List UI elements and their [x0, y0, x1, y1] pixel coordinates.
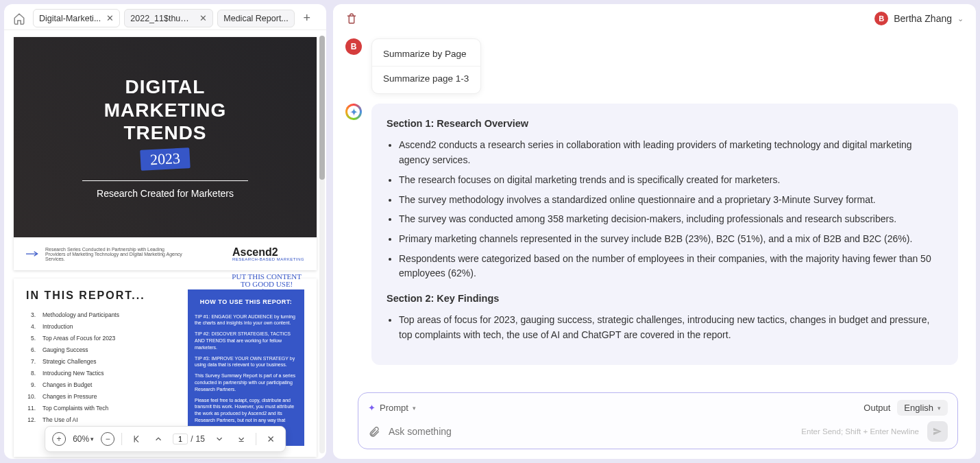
- home-button[interactable]: [10, 9, 29, 28]
- close-toolbar-button[interactable]: [263, 431, 278, 447]
- ai-avatar-icon: [345, 104, 362, 120]
- scrollbar[interactable]: [319, 36, 325, 453]
- suggestion-summarize-1-3[interactable]: Summarize page 1-3: [372, 66, 480, 91]
- tab-label: 2022_11$thum...: [130, 14, 194, 23]
- bullet: Top areas of focus for 2023, gauging suc…: [399, 313, 943, 342]
- section-title: Section 2: Key Findings: [387, 291, 943, 306]
- chat-messages[interactable]: B Summarize by Page Summarize page 1-3 S…: [333, 33, 976, 385]
- attach-button[interactable]: [368, 425, 380, 438]
- user-menu[interactable]: B Bertha Zhang ⌄: [874, 12, 964, 25]
- bullet: The research focuses on digital marketin…: [399, 173, 943, 188]
- user-avatar: B: [874, 12, 888, 25]
- pdf-toolbar: + 60%▾ − / 15: [45, 426, 286, 452]
- cover-title-line: DIGITAL: [104, 75, 227, 99]
- cover-subtitle: Research Created for Marketers: [97, 188, 234, 199]
- chat-input[interactable]: [389, 426, 793, 437]
- language-selector[interactable]: English ▾: [897, 400, 948, 416]
- input-hint: Enter Send; Shift + Enter Newline: [801, 427, 919, 436]
- tab-label: Medical Report...: [223, 14, 288, 23]
- zoom-in-button[interactable]: +: [52, 432, 66, 446]
- prompt-suggestion-card: Summarize by Page Summarize page 1-3: [371, 38, 481, 94]
- howto-box: PUT THIS CONTENT TO GOOD USE! HOW TO USE…: [188, 289, 304, 446]
- bullet: The survey methodology involves a standa…: [399, 193, 943, 208]
- document-viewer[interactable]: DIGITAL MARKETING TRENDS 2023 Research C…: [4, 30, 326, 459]
- divider: [82, 180, 247, 181]
- user-message: B Summarize by Page Summarize page 1-3: [345, 38, 958, 94]
- user-name: Bertha Zhang: [894, 13, 952, 24]
- tab-bar: Digital-Marketi... ✕ 2022_11$thum... ✕ M…: [4, 4, 326, 30]
- next-page-button[interactable]: [212, 431, 227, 447]
- close-icon[interactable]: ✕: [106, 13, 114, 23]
- toc-title: IN THIS REPORT...: [26, 289, 178, 302]
- bullet: Ascend2 conducts a research series in co…: [399, 138, 943, 167]
- output-label: Output: [863, 403, 890, 413]
- bullet: Primary marketing channels represented i…: [399, 232, 943, 247]
- ai-response-body: Section 1: Research Overview Ascend2 con…: [371, 104, 958, 365]
- ai-message: Section 1: Research Overview Ascend2 con…: [345, 104, 958, 365]
- prev-page-button[interactable]: [151, 431, 166, 447]
- tab-2022-thumb[interactable]: 2022_11$thum... ✕: [124, 9, 213, 27]
- document-panel: Digital-Marketi... ✕ 2022_11$thum... ✕ M…: [4, 4, 326, 459]
- chevron-down-icon: ⌄: [957, 14, 964, 23]
- handwritten-note: PUT THIS CONTENT TO GOOD USE!: [232, 273, 302, 299]
- cover-title-line: MARKETING: [104, 99, 227, 122]
- cover-hero: DIGITAL MARKETING TRENDS 2023 Research C…: [14, 37, 317, 237]
- send-button[interactable]: [927, 421, 948, 442]
- last-page-button[interactable]: [234, 431, 249, 447]
- pdf-page-1: DIGITAL MARKETING TRENDS 2023 Research C…: [14, 37, 317, 270]
- page-indicator: / 15: [173, 434, 205, 444]
- zoom-dropdown[interactable]: 60%▾: [73, 434, 94, 444]
- cover-year-badge: 2023: [140, 147, 190, 171]
- tab-medical-report[interactable]: Medical Report...: [217, 10, 294, 27]
- chat-header: B Bertha Zhang ⌄: [333, 4, 976, 33]
- close-icon[interactable]: ✕: [199, 13, 207, 23]
- chat-panel: B Bertha Zhang ⌄ B Summarize by Page Sum…: [333, 4, 976, 459]
- section-title: Section 1: Research Overview: [387, 116, 943, 131]
- tab-label: Digital-Marketi...: [39, 14, 101, 23]
- sparkle-icon: ✦: [368, 403, 376, 413]
- page-total: 15: [196, 434, 205, 444]
- user-avatar: B: [345, 38, 362, 55]
- arrow-icon: [26, 250, 40, 258]
- bullet: The survey was conducted among 358 marke…: [399, 212, 943, 227]
- add-tab-button[interactable]: +: [299, 10, 315, 27]
- chat-input-area: ✦ Prompt ▾ Output English ▾ Enter Send; …: [358, 392, 958, 449]
- ascend2-logo: Ascend2 RESEARCH-BASED MARKETING: [232, 246, 304, 261]
- cover-footer: Research Series Conducted in Partnership…: [14, 237, 317, 270]
- table-of-contents: 3.Methodology and Participants 4.Introdu…: [26, 311, 178, 423]
- suggestion-summarize-by-page[interactable]: Summarize by Page: [372, 42, 480, 66]
- first-page-button[interactable]: [129, 431, 144, 447]
- tab-digital-marketing[interactable]: Digital-Marketi... ✕: [33, 9, 120, 27]
- prompt-mode-selector[interactable]: ✦ Prompt ▾: [368, 403, 416, 413]
- chevron-down-icon: ▾: [938, 405, 941, 412]
- page-input[interactable]: [173, 434, 188, 444]
- chevron-down-icon: ▾: [413, 405, 416, 412]
- cover-title-line: TRENDS: [104, 121, 227, 145]
- footer-note: Research Series Conducted in Partnership…: [45, 247, 182, 261]
- bullet: Respondents were categorized based on th…: [399, 252, 943, 281]
- delete-button[interactable]: [345, 12, 358, 25]
- zoom-out-button[interactable]: −: [101, 432, 114, 446]
- prompt-label: Prompt: [380, 403, 408, 413]
